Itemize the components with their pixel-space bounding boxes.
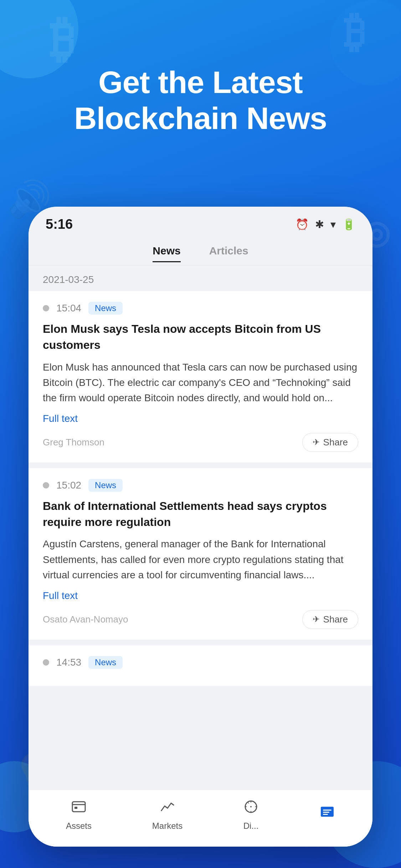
- status-bar: 5:16 ⏰ ✱ ▾ 🔋: [29, 207, 372, 238]
- news-tag-3: News: [88, 656, 123, 669]
- nav-assets-label: Assets: [66, 821, 92, 831]
- phone-mockup: 5:16 ⏰ ✱ ▾ 🔋 News Articles 2021-03-25 15…: [29, 207, 372, 847]
- wifi-icon: ▾: [330, 218, 336, 231]
- news-full-text-1[interactable]: Full text: [43, 413, 358, 424]
- news-tag-1: News: [88, 302, 123, 315]
- svg-rect-12: [323, 814, 328, 815]
- svg-rect-10: [323, 810, 331, 811]
- news-meta-1: 15:04 News: [43, 302, 358, 315]
- share-button-1[interactable]: ✈ Share: [302, 433, 358, 452]
- news-time-1: 15:04: [56, 303, 81, 314]
- bg-icon-bitcoin-2: ₿: [344, 7, 365, 56]
- hero-headline: Get the Latest Blockchain News: [0, 64, 401, 136]
- news-title-1: Elon Musk says Tesla now accepts Bitcoin…: [43, 321, 358, 353]
- share-label-1: Share: [323, 437, 348, 448]
- news-meta-3: 14:53 News: [43, 656, 358, 669]
- status-time: 5:16: [46, 217, 73, 232]
- svg-rect-0: [72, 802, 85, 812]
- news-footer-1: Greg Thomson ✈ Share: [43, 433, 358, 452]
- news-time-2: 15:02: [56, 480, 81, 491]
- tab-articles-label: Articles: [209, 245, 248, 262]
- tab-articles[interactable]: Articles: [209, 245, 248, 262]
- news-full-text-2[interactable]: Full text: [43, 590, 358, 601]
- bottom-nav: Assets Markets D: [29, 790, 372, 847]
- news-author-1: Greg Thomson: [43, 437, 104, 448]
- battery-icon: 🔋: [342, 218, 355, 231]
- bluetooth-icon: ✱: [315, 218, 324, 231]
- tab-news-label: News: [153, 245, 180, 262]
- news-tag-2: News: [88, 479, 123, 492]
- bg-icon-bitcoin-1: ₿: [50, 11, 75, 68]
- date-header: 2021-03-25: [29, 265, 372, 291]
- news-meta-2: 15:02 News: [43, 479, 358, 492]
- svg-point-3: [250, 806, 252, 807]
- nav-markets-label: Markets: [152, 821, 182, 831]
- share-icon-2: ✈: [313, 614, 320, 624]
- news-time-3: 14:53: [56, 657, 81, 668]
- news-item-2: 15:02 News Bank of International Settlem…: [29, 468, 372, 640]
- alarm-icon: ⏰: [295, 218, 309, 231]
- news-body-2: Agustín Carstens, general manager of the…: [43, 536, 358, 583]
- svg-rect-11: [323, 812, 329, 813]
- share-button-2[interactable]: ✈ Share: [302, 610, 358, 629]
- news-title-2: Bank of International Settlements head s…: [43, 498, 358, 530]
- news-item-1: 15:04 News Elon Musk says Tesla now acce…: [29, 291, 372, 463]
- news-nav-icon: [319, 804, 335, 823]
- nav-news[interactable]: [319, 804, 335, 826]
- tab-news[interactable]: News: [153, 245, 180, 262]
- tab-navigation: News Articles: [29, 238, 372, 265]
- news-author-2: Osato Avan-Nomayo: [43, 614, 128, 625]
- nav-discover[interactable]: Di...: [243, 799, 259, 831]
- nav-markets[interactable]: Markets: [152, 799, 182, 831]
- svg-rect-1: [74, 807, 77, 809]
- share-label-2: Share: [323, 614, 348, 625]
- news-content: 2021-03-25 15:04 News Elon Musk says Tes…: [29, 265, 372, 813]
- nav-discover-label: Di...: [243, 821, 259, 831]
- svg-line-8: [248, 802, 249, 804]
- news-dot-3: [43, 659, 49, 666]
- hero-line2: Blockchain News: [74, 100, 327, 136]
- news-item-3: 14:53 News: [29, 645, 372, 686]
- assets-icon: [71, 799, 87, 818]
- news-footer-2: Osato Avan-Nomayo ✈ Share: [43, 610, 358, 629]
- markets-icon: [160, 799, 175, 818]
- news-dot-2: [43, 482, 49, 489]
- share-icon-1: ✈: [313, 437, 320, 447]
- status-icons: ⏰ ✱ ▾ 🔋: [295, 218, 355, 231]
- news-dot-1: [43, 305, 49, 311]
- news-body-1: Elon Musk has announced that Tesla cars …: [43, 360, 358, 406]
- nav-assets[interactable]: Assets: [66, 799, 92, 831]
- discover-icon: [243, 799, 259, 818]
- hero-line1: Get the Latest: [98, 64, 303, 100]
